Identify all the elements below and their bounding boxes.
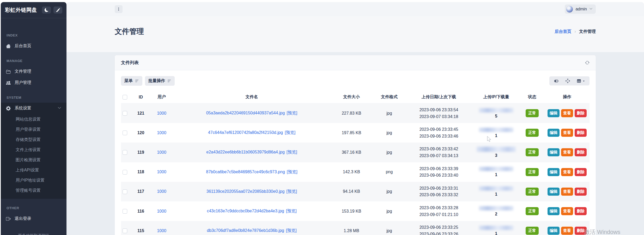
- logout-icon: [6, 216, 11, 221]
- gear-icon: [6, 106, 11, 111]
- submenu-item[interactable]: 文件上传设置: [1, 145, 66, 155]
- submenu-item[interactable]: 管理账号设置: [1, 185, 66, 196]
- submenu-item[interactable]: 存储类型设置: [1, 135, 66, 145]
- view-button[interactable]: 查看: [561, 188, 573, 196]
- batch-actions-button[interactable]: 批量操作: [145, 76, 175, 86]
- user-link[interactable]: 1000: [157, 131, 166, 135]
- row-checkbox[interactable]: [123, 150, 127, 155]
- sidebar-item-label: 文件管理: [15, 69, 31, 74]
- sidebar-item-users[interactable]: 用户管理: [1, 77, 66, 88]
- home-icon: [6, 44, 11, 48]
- row-checkbox[interactable]: [123, 170, 127, 175]
- user-link[interactable]: 1000: [157, 170, 166, 174]
- file-user-cell: 1000: [149, 123, 174, 143]
- preview-link[interactable]: [预览]: [286, 209, 297, 213]
- columns-dropdown-button[interactable]: [577, 79, 585, 83]
- status-badge: 正常: [526, 227, 539, 235]
- last-download-date: 2023-09-07 03:34:13: [406, 152, 471, 159]
- row-checkbox[interactable]: [123, 189, 127, 194]
- edit-button[interactable]: 编辑: [548, 168, 560, 176]
- sidebar-item-home[interactable]: 后台首页: [1, 40, 66, 52]
- main-area: admin 文件管理 后台首页 › 文件管理 文件列表: [66, 2, 644, 235]
- view-button[interactable]: 查看: [561, 207, 573, 215]
- status-badge: 正常: [526, 188, 539, 196]
- row-checkbox[interactable]: [123, 228, 127, 233]
- delete-button[interactable]: 删除: [575, 188, 587, 196]
- file-name-cell: 87b0ca6be7c5be8469857ce49c6c973.png[预览]: [174, 162, 329, 182]
- refresh-button[interactable]: [585, 60, 590, 65]
- sidebar-item-label: 后台首页: [15, 43, 31, 49]
- file-user-cell: 1000: [149, 221, 174, 235]
- view-button[interactable]: 查看: [561, 129, 573, 137]
- moon-icon: [45, 8, 48, 12]
- file-name-link[interactable]: 87b0ca6be7c5be8469857ce49c6c973.png: [206, 170, 285, 174]
- upload-date: 2023-09-06 23:33:39: [406, 165, 471, 172]
- row-checkbox[interactable]: [123, 111, 127, 116]
- file-name-link[interactable]: db3c706df7ad8e0b824e7876eb1d36b.jpg: [207, 228, 284, 233]
- delete-button[interactable]: 删除: [575, 227, 587, 235]
- delete-button[interactable]: 删除: [575, 207, 587, 215]
- file-name-link[interactable]: 361139ce202055aa072e2085bb330e0.jpg: [206, 189, 285, 194]
- file-name-link[interactable]: 05a3aeda2b4220469150d440937a544.jpg: [206, 111, 285, 115]
- preview-link[interactable]: [预览]: [287, 170, 297, 174]
- submenu-item[interactable]: 上传API设置: [1, 165, 66, 175]
- sidebar-item-logout[interactable]: 退出登录: [1, 213, 66, 224]
- submenu-item[interactable]: 图片检测设置: [1, 155, 66, 165]
- table-row: 119 1000 e2a43d22ee6bb6b11b06053979d86a4…: [121, 143, 590, 162]
- edit-button[interactable]: 编辑: [548, 207, 560, 215]
- user-link[interactable]: 1000: [157, 228, 166, 233]
- submenu-item[interactable]: 网站信息设置: [1, 114, 66, 125]
- sidebar-item-files[interactable]: 文件管理: [1, 66, 66, 77]
- submenu-item[interactable]: 用户登录设置: [1, 125, 66, 135]
- preview-link[interactable]: [预览]: [286, 228, 297, 233]
- view-button[interactable]: 查看: [561, 109, 573, 117]
- download-count: 3: [474, 153, 518, 158]
- download-count: 5: [474, 114, 518, 119]
- file-ip-downloads: 2: [473, 201, 520, 221]
- preview-link[interactable]: [预览]: [285, 130, 295, 135]
- edit-button[interactable]: 编辑: [548, 227, 560, 235]
- preview-link[interactable]: [预览]: [287, 150, 297, 154]
- delete-button[interactable]: 删除: [575, 109, 587, 117]
- file-name-link[interactable]: c43c163e7c9ddccbc0be72d4d2ba4e3.jpg: [207, 209, 284, 213]
- file-name-link[interactable]: e2a43d22ee6bb6b11b06053979d86a4.jpg: [206, 150, 284, 154]
- table-row: 115 1000 db3c706df7ad8e0b824e7876eb1d36b…: [121, 221, 590, 235]
- sidebar-item-settings[interactable]: 系统设置: [1, 103, 66, 114]
- delete-button[interactable]: 删除: [575, 168, 587, 176]
- file-dates: 2023-09-06 23:33:422023-09-07 03:34:13: [405, 143, 473, 162]
- edit-button[interactable]: 编辑: [548, 188, 560, 196]
- toggle-view-button[interactable]: [554, 79, 559, 83]
- dark-mode-button[interactable]: [42, 7, 51, 14]
- refresh-icon: [585, 60, 590, 65]
- edit-button[interactable]: 编辑: [548, 109, 560, 117]
- preview-link[interactable]: [预览]: [287, 111, 297, 115]
- theme-brush-button[interactable]: [53, 7, 62, 14]
- file-id: 119: [132, 143, 149, 162]
- user-link[interactable]: 1000: [157, 189, 166, 194]
- file-status: 正常: [520, 221, 545, 235]
- row-checkbox[interactable]: [123, 131, 127, 135]
- delete-button[interactable]: 删除: [575, 129, 587, 137]
- menu-dropdown-button[interactable]: 菜单: [121, 76, 142, 86]
- fullscreen-move-button[interactable]: [566, 79, 570, 83]
- view-button[interactable]: 查看: [561, 227, 573, 235]
- last-download-date: 2023-09-06 23:33:46: [406, 133, 471, 140]
- select-all-checkbox[interactable]: [123, 95, 127, 100]
- preview-link[interactable]: [预览]: [286, 189, 297, 194]
- file-name-link[interactable]: 47c644a7ef61200742fa80a2f42150d.jpg: [208, 130, 283, 135]
- user-link[interactable]: 1000: [157, 111, 166, 115]
- user-link[interactable]: 1000: [157, 209, 166, 213]
- delete-button[interactable]: 删除: [575, 148, 587, 156]
- file-dates: 2023-09-06 23:33:542023-09-07 03:34:18: [405, 103, 473, 123]
- user-link[interactable]: 1000: [157, 150, 166, 154]
- view-button[interactable]: 查看: [561, 148, 573, 156]
- edit-button[interactable]: 编辑: [548, 129, 560, 137]
- topbar-menu-button[interactable]: [115, 5, 123, 13]
- row-checkbox[interactable]: [123, 209, 127, 214]
- user-menu[interactable]: admin: [565, 4, 596, 14]
- view-button[interactable]: 查看: [561, 168, 573, 176]
- last-download-date: 2023-09-06 23:33:40: [406, 172, 471, 179]
- edit-button[interactable]: 编辑: [548, 148, 560, 156]
- submenu-item[interactable]: 用户IP地址设置: [1, 175, 66, 185]
- breadcrumb-home-link[interactable]: 后台首页: [555, 29, 571, 34]
